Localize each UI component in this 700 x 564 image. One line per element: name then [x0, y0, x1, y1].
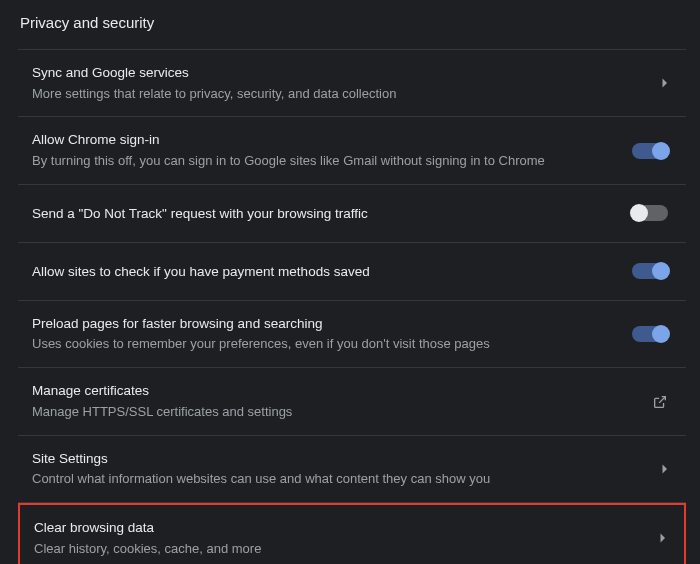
settings-row-1[interactable]: Allow Chrome sign-inBy turning this off,…: [18, 117, 686, 184]
settings-row-0[interactable]: Sync and Google servicesMore settings th…: [18, 49, 686, 117]
toggle-switch[interactable]: [632, 326, 668, 342]
toggle-knob: [652, 142, 670, 160]
row-title: Preload pages for faster browsing and se…: [32, 315, 612, 333]
row-subtitle: Clear history, cookies, cache, and more: [34, 541, 640, 558]
row-subtitle: By turning this off, you can sign in to …: [32, 153, 612, 170]
settings-row-4[interactable]: Preload pages for faster browsing and se…: [18, 301, 686, 368]
row-subtitle: Control what information websites can us…: [32, 471, 642, 488]
row-text: Sync and Google servicesMore settings th…: [32, 64, 662, 102]
settings-row-5[interactable]: Manage certificatesManage HTTPS/SSL cert…: [18, 368, 686, 435]
row-title: Site Settings: [32, 450, 642, 468]
row-text: Allow sites to check if you have payment…: [32, 263, 632, 281]
row-title: Manage certificates: [32, 382, 632, 400]
row-title: Clear browsing data: [34, 519, 640, 537]
row-text: Manage certificatesManage HTTPS/SSL cert…: [32, 382, 652, 420]
row-title: Allow Chrome sign-in: [32, 131, 612, 149]
toggle-knob: [630, 204, 648, 222]
settings-row-6[interactable]: Site SettingsControl what information we…: [18, 436, 686, 503]
chevron-right-icon: [662, 78, 668, 88]
row-title: Allow sites to check if you have payment…: [32, 263, 612, 281]
row-title: Sync and Google services: [32, 64, 642, 82]
toggle-knob: [652, 262, 670, 280]
settings-row-2[interactable]: Send a "Do Not Track" request with your …: [18, 185, 686, 243]
chevron-right-icon: [660, 533, 666, 543]
row-text: Clear browsing dataClear history, cookie…: [34, 519, 660, 557]
toggle-knob: [652, 325, 670, 343]
row-subtitle: Uses cookies to remember your preference…: [32, 336, 612, 353]
settings-row-7[interactable]: Clear browsing dataClear history, cookie…: [18, 503, 686, 564]
row-text: Send a "Do Not Track" request with your …: [32, 205, 632, 223]
row-text: Site SettingsControl what information we…: [32, 450, 662, 488]
page-title: Privacy and security: [20, 14, 686, 31]
toggle-switch[interactable]: [632, 263, 668, 279]
toggle-switch[interactable]: [632, 205, 668, 221]
row-title: Send a "Do Not Track" request with your …: [32, 205, 612, 223]
row-subtitle: More settings that relate to privacy, se…: [32, 86, 642, 103]
row-text: Preload pages for faster browsing and se…: [32, 315, 632, 353]
settings-list: Sync and Google servicesMore settings th…: [18, 49, 686, 564]
settings-row-3[interactable]: Allow sites to check if you have payment…: [18, 243, 686, 301]
toggle-switch[interactable]: [632, 143, 668, 159]
external-link-icon: [652, 394, 668, 410]
chevron-right-icon: [662, 464, 668, 474]
row-text: Allow Chrome sign-inBy turning this off,…: [32, 131, 632, 169]
row-subtitle: Manage HTTPS/SSL certificates and settin…: [32, 404, 632, 421]
